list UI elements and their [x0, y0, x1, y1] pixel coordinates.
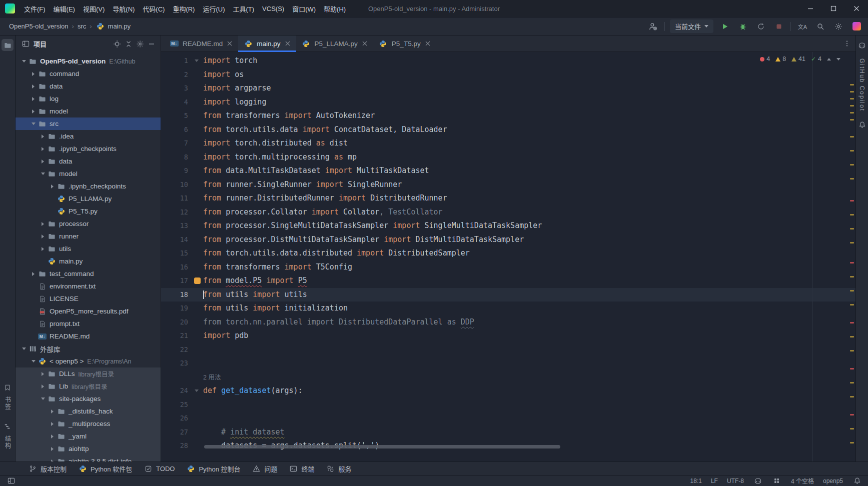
code-line[interactable]: 16from transformers import T5Config: [161, 260, 855, 274]
tool-window-button[interactable]: 终端: [284, 462, 319, 475]
close-button[interactable]: [845, 0, 868, 17]
code-line[interactable]: 18from utils import utils: [161, 288, 855, 302]
horizontal-scrollbar[interactable]: [204, 445, 560, 448]
tree-row[interactable]: LICENSE: [16, 292, 161, 305]
editor-tab[interactable]: P5_T5.py: [373, 36, 436, 52]
code-line[interactable]: 10from runner.SingleRunner import Single…: [161, 178, 855, 192]
error-stripe-mark[interactable]: [850, 290, 854, 292]
menu-item[interactable]: 导航(N): [109, 2, 139, 16]
error-stripe-mark[interactable]: [850, 200, 854, 202]
code-line[interactable]: 13from processor.SingleMultiDataTaskSamp…: [161, 219, 855, 233]
chevron-right-icon[interactable]: [48, 410, 57, 414]
tree-row[interactable]: _yaml: [16, 430, 161, 442]
error-stripe-mark[interactable]: [850, 98, 854, 100]
tree-row[interactable]: .ipynb_checkpoints: [16, 142, 161, 155]
error-stripe-mark[interactable]: [850, 242, 854, 244]
breadcrumb-item[interactable]: main.py: [94, 20, 133, 33]
ai-assistant-icon[interactable]: [850, 20, 863, 33]
code-line[interactable]: 21import pdb: [161, 329, 855, 343]
error-stripe-mark[interactable]: [850, 164, 854, 166]
tree-row[interactable]: OpenP5-old_versionE:\Github: [16, 55, 161, 68]
minimize-button[interactable]: [799, 0, 822, 17]
copilot-label[interactable]: GitHub Copilot: [858, 58, 865, 112]
translate-icon[interactable]: 文A: [796, 20, 809, 33]
copilot-stripe-button[interactable]: [856, 40, 868, 52]
panel-options-icon[interactable]: [135, 39, 145, 49]
code-line[interactable]: 6from torch.utils.data import ConcatData…: [161, 123, 855, 137]
tree-row[interactable]: model: [16, 105, 161, 118]
code-line[interactable]: 7import torch.distributed as dist: [161, 136, 855, 150]
error-stripe-mark[interactable]: [850, 84, 854, 86]
editor-tab[interactable]: P5_LLAMA.py: [296, 36, 373, 52]
inspections-widget[interactable]: 4 8 41 ✓4: [760, 56, 840, 62]
run-icon[interactable]: [718, 20, 731, 33]
code-line[interactable]: 19from utils import initialization: [161, 302, 855, 316]
menu-item[interactable]: 编辑(E): [50, 2, 79, 16]
tree-row[interactable]: site-packages: [16, 392, 161, 405]
code-line[interactable]: 25: [161, 398, 855, 412]
notifications[interactable]: [852, 476, 862, 486]
error-stripe-mark[interactable]: [850, 442, 854, 444]
ok-count[interactable]: ✓4: [811, 56, 821, 62]
tree-row[interactable]: 外部库: [16, 342, 161, 355]
tool-window-button[interactable]: TODO: [139, 462, 179, 475]
stop-icon[interactable]: [772, 20, 785, 33]
tree-row[interactable]: DLLslibrary根目录: [16, 368, 161, 380]
code-line[interactable]: 20from torch.nn.parallel import Distribu…: [161, 316, 855, 330]
tree-row[interactable]: runner: [16, 230, 161, 242]
breadcrumb-item[interactable]: OpenP5-old_version: [7, 21, 71, 32]
error-stripe-mark[interactable]: [850, 119, 854, 120]
tree-row[interactable]: prompt.txt: [16, 318, 161, 330]
notifications-stripe-button[interactable]: [856, 118, 868, 130]
chevron-down-icon[interactable]: [29, 122, 38, 125]
chevron-right-icon[interactable]: [48, 460, 57, 462]
code-line[interactable]: 17from model.P5 import P5: [161, 274, 855, 288]
tool-window-button[interactable]: Python 控制台: [181, 462, 245, 475]
error-stripe-mark[interactable]: [850, 350, 854, 352]
error-stripe-mark[interactable]: [850, 336, 854, 338]
ai-status[interactable]: [772, 476, 782, 486]
error-count[interactable]: 4: [760, 56, 770, 62]
project-stripe-button[interactable]: [2, 39, 14, 51]
chevron-right-icon[interactable]: [29, 97, 38, 101]
tool-window-button[interactable]: 服务: [321, 462, 356, 475]
code-line[interactable]: 4import logging: [161, 96, 855, 110]
search-everywhere-icon[interactable]: [814, 20, 827, 33]
tree-row[interactable]: command: [16, 68, 161, 80]
line-separator[interactable]: LF: [711, 478, 718, 484]
code-line[interactable]: 22: [161, 343, 855, 357]
tab-close-icon[interactable]: [424, 38, 431, 48]
fold-icon[interactable]: [190, 54, 203, 68]
tree-row[interactable]: data: [16, 80, 161, 92]
code-line[interactable]: 24def get_dataset(args):: [161, 384, 855, 398]
error-stripe-mark[interactable]: [850, 214, 854, 216]
tree-row[interactable]: main.py: [16, 255, 161, 268]
menu-item[interactable]: VCS(S): [258, 2, 288, 15]
error-stripe-mark[interactable]: [850, 228, 854, 230]
menu-item[interactable]: 窗口(W): [288, 2, 320, 16]
locate-file-icon[interactable]: [112, 39, 122, 49]
tree-row[interactable]: OpenP5_more_results.pdf: [16, 305, 161, 318]
tree-row[interactable]: .idea: [16, 130, 161, 142]
chevron-right-icon[interactable]: [39, 147, 47, 151]
prev-issue-button[interactable]: [827, 58, 831, 60]
chevron-right-icon[interactable]: [39, 247, 47, 251]
chevron-right-icon[interactable]: [39, 222, 47, 226]
breadcrumb-item[interactable]: src: [76, 21, 88, 32]
chevron-right-icon[interactable]: [29, 84, 38, 88]
code-line[interactable]: 11from runner.DistributedRunner import D…: [161, 192, 855, 206]
error-stripe-mark[interactable]: [850, 178, 854, 180]
code-line[interactable]: 2import os: [161, 68, 855, 82]
tab-close-icon[interactable]: [226, 38, 233, 48]
weak-warning-count[interactable]: 41: [791, 56, 805, 62]
tree-row[interactable]: processor: [16, 218, 161, 230]
chevron-right-icon[interactable]: [29, 72, 38, 76]
bookmark-icon[interactable]: [194, 278, 201, 284]
layout-icon[interactable]: [6, 476, 16, 486]
inlay-hint-line[interactable]: 2 用法: [161, 370, 855, 384]
tree-row[interactable]: model: [16, 168, 161, 180]
tree-row[interactable]: Liblibrary根目录: [16, 380, 161, 392]
next-issue-button[interactable]: [836, 58, 840, 60]
error-stripe-mark[interactable]: [850, 322, 854, 324]
maximize-button[interactable]: [822, 0, 845, 17]
